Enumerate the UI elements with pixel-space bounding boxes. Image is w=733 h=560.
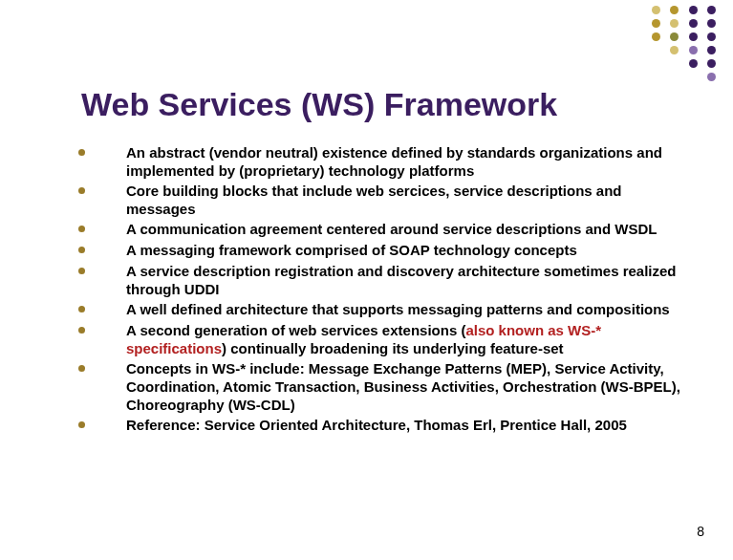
item-text: A service description registration and d…: [126, 262, 688, 298]
bullet-icon: [76, 321, 126, 340]
item-text: A communication agreement centered aroun…: [126, 220, 688, 238]
slide: Web Services (WS) Framework An abstract …: [0, 0, 733, 560]
list-item: Core building blocks that include web se…: [76, 182, 688, 218]
item-text: Concepts in WS-* include: Message Exchan…: [126, 359, 688, 414]
item-text: An abstract (vendor neutral) existence d…: [126, 143, 688, 180]
list-item: A service description registration and d…: [76, 262, 688, 298]
item-text: A well defined architecture that support…: [126, 300, 688, 318]
item-text: A second generation of web services exte…: [126, 321, 688, 357]
list-item: A messaging framework comprised of SOAP …: [76, 241, 688, 260]
bullet-icon: [76, 220, 126, 239]
bullet-icon: [76, 182, 126, 201]
slide-title: Web Services (WS) Framework: [81, 86, 557, 123]
list-item: An abstract (vendor neutral) existence d…: [76, 143, 688, 180]
item-text: A messaging framework comprised of SOAP …: [126, 241, 688, 259]
decorative-dots: [646, 6, 716, 86]
item-text: Core building blocks that include web se…: [126, 182, 688, 218]
bullet-icon: [76, 143, 126, 162]
list-item: Reference: Service Oriented Architecture…: [76, 416, 688, 435]
list-item: Concepts in WS-* include: Message Exchan…: [76, 359, 688, 414]
item-text: Reference: Service Oriented Architecture…: [126, 416, 688, 434]
bullet-icon: [76, 416, 126, 435]
bullet-icon: [76, 359, 126, 378]
list-item: A communication agreement centered aroun…: [76, 220, 688, 239]
bullet-icon: [76, 262, 126, 281]
slide-body: An abstract (vendor neutral) existence d…: [76, 143, 688, 437]
bullet-icon: [76, 300, 126, 319]
bullet-icon: [76, 241, 126, 260]
list-item: A well defined architecture that support…: [76, 300, 688, 319]
page-number: 8: [697, 524, 704, 539]
list-item: A second generation of web services exte…: [76, 321, 688, 357]
